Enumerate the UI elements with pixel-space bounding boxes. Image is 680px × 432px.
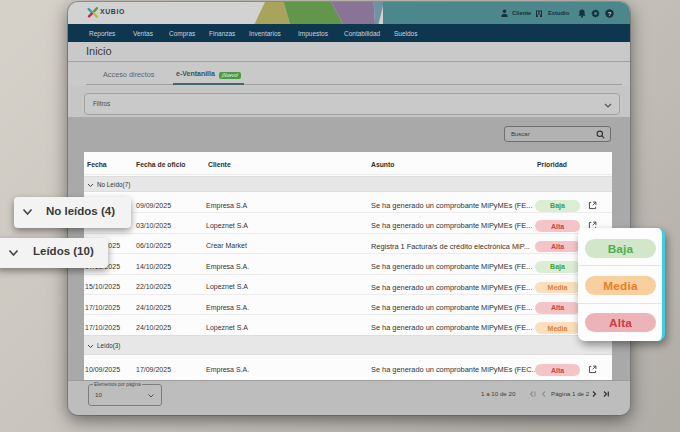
svg-text:?: ? [608,10,612,16]
